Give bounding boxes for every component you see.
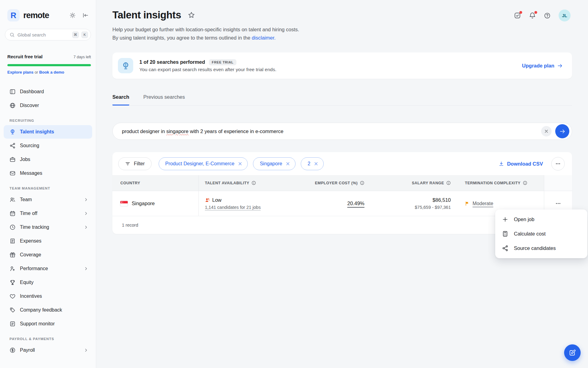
star-icon xyxy=(188,11,195,19)
table-more-options-button[interactable] xyxy=(551,157,565,171)
filter-chip-experience[interactable]: 2 xyxy=(301,157,324,170)
calendar-icon xyxy=(9,210,16,217)
submit-search-button[interactable] xyxy=(555,124,569,138)
info-icon[interactable] xyxy=(446,181,451,185)
favorite-button[interactable] xyxy=(188,11,195,19)
brand-wordmark: remote xyxy=(23,11,49,20)
sidebar-item-coverage[interactable]: Coverage xyxy=(4,248,92,262)
upgrade-plan-button[interactable]: Upgrade plan xyxy=(522,63,563,69)
salary-median: $86,510 xyxy=(432,197,451,203)
tab-search[interactable]: Search xyxy=(112,94,129,105)
salary-range-cell: $86,510 $75,659 - $97,361 xyxy=(371,191,459,216)
notification-dot xyxy=(519,11,522,14)
collapse-icon xyxy=(82,12,89,18)
remove-chip-icon[interactable] xyxy=(238,162,242,166)
remote-logo: R remote xyxy=(7,9,49,21)
free-trial-badge: FREE TRIAL xyxy=(209,59,237,65)
column-header-termination-complexity: TERMINATION COMPLEXITY xyxy=(459,175,544,191)
info-icon[interactable] xyxy=(251,181,256,185)
misspelled-word: singapore xyxy=(166,128,188,134)
arrow-right-icon xyxy=(559,128,566,135)
talent-search-input[interactable]: product designer in singapore with 2 yea… xyxy=(112,123,572,140)
employer-cost-value[interactable]: 20.49% xyxy=(347,201,364,206)
column-header-talent-availability: TALENT AVAILABILITY xyxy=(199,175,300,191)
country-name: Singapore xyxy=(132,201,155,206)
theme-toggle-button[interactable] xyxy=(70,12,76,18)
sidebar-item-talent-insights[interactable]: Talent insights xyxy=(4,125,92,139)
book-demo-link[interactable]: Book a demo xyxy=(39,70,64,75)
sidebar-item-dashboard[interactable]: Dashboard xyxy=(4,85,92,98)
info-icon[interactable] xyxy=(360,181,364,185)
calculator-icon xyxy=(502,231,508,237)
menu-item-calculate-cost[interactable]: Calculate cost xyxy=(495,227,587,241)
tasks-button[interactable] xyxy=(514,12,521,19)
sidebar-item-payroll[interactable]: Payroll xyxy=(4,343,92,357)
sidebar-item-company-feedback[interactable]: Company feedback xyxy=(4,303,92,317)
column-header-country: COUNTRY xyxy=(112,175,199,191)
k-key: K xyxy=(81,32,88,38)
chevron-right-icon xyxy=(84,197,89,202)
info-icon[interactable] xyxy=(523,181,527,185)
trial-title: Recruit free trial xyxy=(7,54,43,59)
column-header-employer-cost: EMPLOYER COST (%) xyxy=(300,175,371,191)
clear-search-button[interactable] xyxy=(541,126,552,136)
sidebar-item-discover[interactable]: Discover xyxy=(4,99,92,112)
talent-availability-cell: Low 1,141 candidates for 21 jobs xyxy=(199,191,300,216)
globe-stand-icon xyxy=(122,62,130,70)
clock-icon xyxy=(9,224,16,230)
sidebar-item-time-tracking[interactable]: Time tracking xyxy=(4,220,92,234)
sidebar-item-equity[interactable]: Equity xyxy=(4,276,92,289)
banner-description: You can export past search results even … xyxy=(139,67,276,72)
notification-dot xyxy=(534,11,537,14)
menu-item-source-candidates[interactable]: Source candidates xyxy=(495,241,587,255)
sidebar-item-jobs[interactable]: Jobs xyxy=(4,153,92,166)
sidebar-item-incentives[interactable]: Incentives xyxy=(4,289,92,303)
candidates-link[interactable]: 1,141 candidates for 21 jobs xyxy=(205,205,261,210)
user-performance-icon xyxy=(9,266,16,272)
notifications-button[interactable] xyxy=(529,12,536,19)
filter-chip-country[interactable]: Singapore xyxy=(253,157,296,170)
tab-bar: Search Previous searches xyxy=(112,94,572,105)
download-csv-button[interactable]: Download CSV xyxy=(499,161,543,167)
sidebar-item-messages[interactable]: Messages xyxy=(4,167,92,180)
search-query-text: product designer in singapore with 2 yea… xyxy=(122,128,541,134)
searches-icon-container xyxy=(118,58,133,73)
remove-chip-icon[interactable] xyxy=(286,162,290,166)
sidebar-item-team[interactable]: Team xyxy=(4,193,92,206)
sidebar-item-sourcing[interactable]: Sourcing xyxy=(4,139,92,152)
flag-icon xyxy=(465,201,470,206)
help-button[interactable] xyxy=(544,12,551,19)
globe-icon xyxy=(9,102,16,109)
explore-plans-link[interactable]: Explore plans xyxy=(7,70,33,75)
briefcase-icon xyxy=(9,156,16,163)
sidebar-item-performance[interactable]: Performance xyxy=(4,262,92,275)
employer-cost-cell: 20.49% xyxy=(300,191,371,216)
global-search[interactable]: Global search ⌘ K xyxy=(5,29,91,40)
tab-previous-searches[interactable]: Previous searches xyxy=(143,94,185,105)
trial-links-conjunction: or xyxy=(35,70,38,75)
chevron-right-icon xyxy=(84,225,89,230)
remove-chip-icon[interactable] xyxy=(314,162,318,166)
collapse-sidebar-button[interactable] xyxy=(82,12,89,18)
trial-days-left: 7 days left xyxy=(74,55,91,59)
talent-insights-icon xyxy=(9,129,16,135)
sidebar-item-support-monitor[interactable]: Support monitor xyxy=(4,317,92,331)
subtitle-line-1: Help your budget go further with locatio… xyxy=(112,27,299,32)
avatar[interactable]: JL xyxy=(559,10,571,21)
menu-item-open-job[interactable]: Open job xyxy=(495,212,587,227)
filter-chip-role[interactable]: Product Designer, E-Commerce xyxy=(159,157,248,170)
salary-range: $75,659 - $97,361 xyxy=(415,205,451,210)
sidebar-item-time-off[interactable]: Time off xyxy=(4,207,92,220)
chevron-right-icon xyxy=(84,211,89,216)
sidebar-item-expenses[interactable]: Expenses xyxy=(4,234,92,248)
filter-button[interactable]: Filter xyxy=(118,157,152,170)
sidebar-nav: Dashboard Discover RECRUITING Talent ins… xyxy=(0,85,96,357)
sidebar: R remote Global search ⌘ K Recruit free … xyxy=(0,0,96,368)
chevron-right-icon xyxy=(84,348,89,353)
chat-fab-button[interactable] xyxy=(564,344,581,361)
termination-complexity-value[interactable]: Moderate xyxy=(473,201,493,206)
row-actions-button[interactable] xyxy=(555,201,561,206)
row-context-menu: Open job Calculate cost Source candidate… xyxy=(495,209,587,258)
filter-icon xyxy=(125,161,130,167)
disclaimer-link[interactable]: disclaimer. xyxy=(252,35,276,40)
